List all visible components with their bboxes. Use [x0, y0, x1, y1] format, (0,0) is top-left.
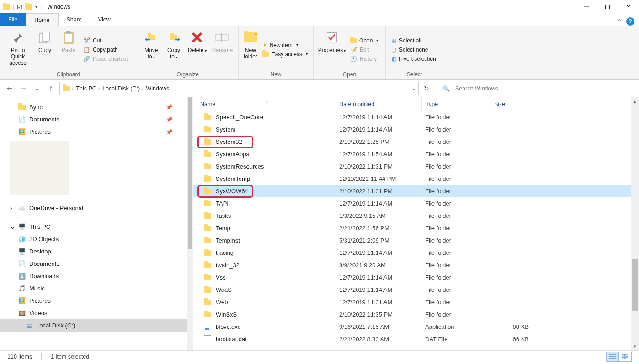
table-row[interactable]: Temp2/21/2022 1:56 PMFile folder	[193, 222, 631, 234]
nav-item-pictures[interactable]: 🖼️Pictures📌	[0, 126, 187, 138]
tab-home[interactable]: Home	[26, 13, 58, 26]
nav-item-onedrive[interactable]: ›☁️OneDrive - Personal	[0, 202, 187, 214]
tab-file[interactable]: File	[0, 13, 26, 26]
nav-item-downloads[interactable]: ⬇️Downloads	[0, 270, 187, 282]
item-date: 12/7/2019 11:14 AM	[339, 286, 421, 293]
copy-path-icon: 📋	[83, 47, 90, 53]
close-button[interactable]	[618, 0, 639, 14]
table-row[interactable]: Tasks1/3/2022 9:15 AMFile folder	[193, 210, 631, 222]
breadcrumb-thispc[interactable]: This PC	[76, 85, 96, 92]
table-row[interactable]: TempInst5/31/2021 2:09 PMFile folder	[193, 234, 631, 247]
edit-button[interactable]: 📝Edit	[348, 46, 380, 54]
table-row[interactable]: bootstat.dat2/21/2022 8:33 AMDAT File66 …	[193, 333, 631, 345]
maximize-button[interactable]	[597, 0, 618, 14]
table-row[interactable]: bfsvc.exe9/16/2021 7:15 AMApplication80 …	[193, 321, 631, 333]
address-bar[interactable]: ›This PC ›Local Disk (C:) ›Windows ⌄	[59, 82, 419, 95]
tab-share[interactable]: Share	[59, 13, 90, 26]
nav-item-documents2[interactable]: 📄Documents	[0, 258, 187, 270]
properties-button[interactable]: Properties▾	[317, 29, 346, 70]
rename-button[interactable]: Rename	[210, 29, 234, 70]
search-box[interactable]: 🔍	[438, 82, 634, 95]
move-to-button[interactable]: ⬅ Move to▾	[141, 29, 161, 70]
nav-item-videos[interactable]: 🎞️Videos	[0, 307, 187, 319]
header-type[interactable]: Type	[421, 97, 490, 111]
list-scroll-thumb[interactable]	[632, 259, 638, 311]
nav-item-localdisk[interactable]: 🖴Local Disk (C:)	[0, 319, 187, 332]
nav-up-button[interactable]: ↑	[46, 84, 56, 94]
breadcrumb-localdisk[interactable]: Local Disk (C:)	[102, 85, 140, 92]
nav-pane-scrollbar[interactable]	[187, 97, 193, 350]
scroll-up-icon[interactable]: ▲	[631, 97, 639, 106]
dropdown-quick-icon[interactable]: ▾	[35, 5, 37, 9]
table-row[interactable]: System12/7/2019 11:14 AMFile folder	[193, 123, 631, 136]
nav-item-documents[interactable]: 📄Documents📌	[0, 113, 187, 126]
help-icon[interactable]: ?	[626, 17, 634, 26]
scroll-down-icon[interactable]: ▼	[631, 342, 639, 350]
table-row[interactable]: System322/19/2022 1:25 PMFile folder	[193, 136, 631, 148]
table-row[interactable]: Speech_OneCore12/7/2019 11:14 AMFile fol…	[193, 111, 631, 123]
paste-button[interactable]: Paste	[58, 29, 80, 70]
pin-icon: 📌	[166, 129, 173, 135]
folder-icon	[204, 127, 211, 132]
header-name[interactable]: Name⌃	[193, 101, 339, 107]
folder-quick-icon[interactable]	[25, 4, 32, 10]
new-item-button[interactable]: ✦New item▾	[261, 41, 309, 49]
easy-access-icon	[262, 52, 269, 57]
item-name: SystemResources	[216, 163, 264, 170]
nav-recent-dropdown[interactable]: ⌄	[32, 84, 42, 94]
item-name: Vss	[216, 274, 226, 281]
nav-back-button[interactable]: ←	[5, 84, 15, 94]
table-row[interactable]: Vss12/7/2019 11:14 AMFile folder	[193, 271, 631, 284]
nav-item-3dobjects[interactable]: 🧊3D Objects	[0, 233, 187, 245]
collapse-ribbon-icon[interactable]: ⌃	[617, 18, 622, 25]
addr-dropdown-icon[interactable]: ⌄	[412, 86, 415, 91]
nav-item-sync[interactable]: Sync📌	[0, 101, 187, 113]
view-large-button[interactable]	[619, 352, 632, 362]
divider-icon: |	[13, 4, 14, 10]
search-input[interactable]	[454, 85, 629, 92]
select-all-button[interactable]: ▦Select all	[389, 37, 438, 45]
header-size[interactable]: Size	[490, 97, 533, 111]
table-row[interactable]: twain_328/9/2021 9:20 AMFile folder	[193, 259, 631, 271]
tab-view[interactable]: View	[90, 13, 119, 26]
copy-to-button[interactable]: ➡ Copy to▾	[163, 29, 184, 70]
delete-button[interactable]: Delete▾	[186, 29, 208, 70]
header-date[interactable]: Date modified	[339, 101, 421, 107]
minimize-button[interactable]	[576, 0, 597, 14]
table-row[interactable]: WaaS12/7/2019 11:14 AMFile folder	[193, 284, 631, 296]
table-row[interactable]: tracing12/7/2019 11:14 AMFile folder	[193, 247, 631, 259]
nav-item-thispc[interactable]: ⌄🖥️This PC	[0, 221, 187, 233]
view-details-button[interactable]	[606, 352, 619, 362]
copy-to-icon: ➡	[170, 35, 177, 40]
open-button[interactable]: Open▾	[348, 37, 380, 45]
copy-button[interactable]: Copy	[34, 29, 56, 70]
nav-item-music[interactable]: 🎵Music	[0, 282, 187, 295]
properties-quick-icon[interactable]: ☑	[17, 4, 22, 11]
history-button[interactable]: 🕘History	[348, 55, 380, 63]
pin-quick-access-button[interactable]: Pin to Quick access	[4, 29, 32, 70]
folder-icon	[204, 300, 211, 305]
select-none-button[interactable]: ▢Select none	[389, 46, 438, 54]
breadcrumb-windows[interactable]: Windows	[146, 85, 169, 92]
table-row[interactable]: WinSxS2/10/2022 11:35 PMFile folder	[193, 308, 631, 321]
refresh-button[interactable]: ↻	[419, 82, 434, 95]
new-folder-button[interactable]: ✦ New folder	[242, 29, 259, 70]
invert-selection-button[interactable]: ◧Invert selection	[389, 55, 438, 63]
easy-access-button[interactable]: Easy access▾	[261, 50, 309, 58]
item-type: File folder	[421, 114, 490, 121]
table-row[interactable]: SysWOW642/10/2022 11:31 PMFile folder	[193, 185, 631, 197]
paste-shortcut-button[interactable]: 🔗Paste shortcut	[81, 55, 130, 63]
nav-scroll-thumb[interactable]	[188, 97, 192, 249]
table-row[interactable]: SystemResources2/10/2022 11:31 PMFile fo…	[193, 160, 631, 173]
copy-path-button[interactable]: 📋Copy path	[81, 46, 130, 54]
table-row[interactable]: Web12/7/2019 11:31 AMFile folder	[193, 296, 631, 308]
group-label-organize: Organize	[137, 71, 238, 79]
table-row[interactable]: SystemApps12/7/2019 11:54 AMFile folder	[193, 148, 631, 160]
nav-forward-button[interactable]: →	[18, 84, 28, 94]
list-scrollbar[interactable]: ▲ ▼	[631, 97, 639, 350]
table-row[interactable]: SystemTemp12/19/2021 11:44 PMFile folder	[193, 173, 631, 185]
cut-button[interactable]: ✂️Cut	[81, 37, 130, 45]
nav-item-pictures2[interactable]: 🖼️Pictures	[0, 295, 187, 307]
nav-item-desktop[interactable]: 🖥️Desktop	[0, 245, 187, 258]
table-row[interactable]: TAPI12/7/2019 11:14 AMFile folder	[193, 197, 631, 210]
